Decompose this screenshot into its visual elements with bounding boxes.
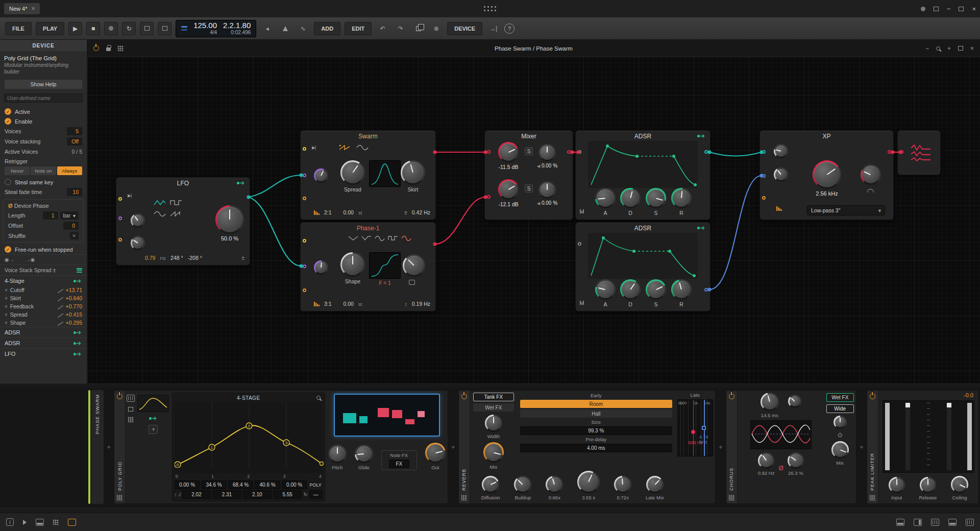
port-rate-in[interactable] <box>118 238 122 242</box>
drag-handle-icon[interactable] <box>729 495 734 500</box>
adsr-attack-knob[interactable] <box>595 279 616 300</box>
modulator-adsr-row[interactable]: ADSR <box>0 337 87 348</box>
lfo-amount-knob[interactable] <box>215 205 244 234</box>
automation-panel-icon[interactable] <box>948 519 957 526</box>
room-button[interactable]: Room <box>520 400 672 408</box>
chorus-mod-knob[interactable] <box>788 395 801 408</box>
sine-wave-icon[interactable] <box>153 210 166 219</box>
mod-amount[interactable]: +0.415 <box>66 311 82 318</box>
display-profile-2-icon[interactable] <box>158 22 172 35</box>
end-mode-dropdown[interactable]: — <box>309 490 323 499</box>
play-time[interactable]: 0:02.496 <box>231 30 251 35</box>
port-pitch-in[interactable] <box>303 288 306 292</box>
automation-follow-icon[interactable]: ∿ <box>296 22 310 35</box>
shuffle-button[interactable]: ≈ <box>70 232 79 239</box>
sine-shaped-icon[interactable] <box>401 235 412 243</box>
lfo-phase-b[interactable]: -208 ° <box>188 255 202 261</box>
port-phase-in[interactable] <box>118 197 122 201</box>
maximize-icon[interactable] <box>959 7 964 11</box>
filter-mode-dropdown[interactable]: Low-pass 3″ ▾ <box>807 205 885 215</box>
low-crossover-line[interactable] <box>693 400 694 456</box>
lock-icon[interactable] <box>106 47 111 51</box>
swarm-skirt-knob[interactable] <box>401 160 425 185</box>
lfo-shape-knob[interactable] <box>131 213 145 228</box>
xp-resonance-knob[interactable] <box>861 164 881 185</box>
add-device-slot[interactable]: + <box>448 390 458 504</box>
retrigger-icon[interactable]: ▶| <box>128 193 131 198</box>
undo-button[interactable]: ↶ <box>376 22 389 35</box>
device-power-icon[interactable] <box>93 45 99 51</box>
tempo-value[interactable]: 125.00 <box>193 21 217 30</box>
bipolar-icon[interactable]: ± <box>241 255 244 261</box>
minimize-icon[interactable]: − <box>947 5 951 13</box>
solo-2-button[interactable]: S <box>525 184 533 192</box>
retrigger-note-on[interactable]: Note on <box>31 166 56 175</box>
saw-wave-icon[interactable] <box>169 210 183 219</box>
triangle-wave-icon[interactable] <box>153 199 166 208</box>
lfo-phase-a[interactable]: 248 ° <box>170 255 183 261</box>
steal-fade-value[interactable]: 10 <box>67 188 82 196</box>
wet-fx-button[interactable]: Wet FX <box>826 393 854 402</box>
lfo-phase-knob[interactable] <box>131 236 145 250</box>
cursor-tool-icon[interactable] <box>23 520 27 525</box>
device-chorus[interactable]: CHORUS 14.5 ms <box>726 390 856 504</box>
pulse-icon[interactable] <box>387 235 399 243</box>
metronome-button[interactable] <box>278 22 292 35</box>
mod-curve-icon[interactable] <box>58 312 63 317</box>
adsr-sustain-knob[interactable] <box>646 188 666 208</box>
zoom-in-icon[interactable]: + <box>947 45 951 52</box>
four-stage-editor[interactable]: 0 1 2 3 <box>175 402 323 473</box>
predelay-value[interactable]: 4.00 ms <box>520 444 672 452</box>
module-audio-out[interactable] <box>897 130 941 175</box>
follow-focus-icon[interactable]: →| <box>486 22 500 35</box>
input-knob[interactable] <box>889 477 905 493</box>
width-knob[interactable] <box>485 415 502 432</box>
freerun-row[interactable]: ✓ Free-run when stopped <box>0 245 87 254</box>
power-icon[interactable] <box>461 394 467 399</box>
device-poly-grid[interactable]: POLY GRID + 4-STAGE <box>114 390 448 504</box>
stage-value[interactable]: 68.4 % <box>228 480 254 489</box>
mod-curve-icon[interactable] <box>58 304 63 309</box>
mixer-pan-2-knob[interactable] <box>538 181 556 199</box>
adsr-release-knob[interactable] <box>671 188 692 208</box>
zoom-icon[interactable] <box>316 396 321 400</box>
transport-display[interactable]: 125.00 4/4 2.2.1.80 0:02.496 <box>176 20 256 37</box>
swing-icon[interactable]: J <box>178 492 181 497</box>
mixer-gain-2-value[interactable]: -12.1 dB <box>498 201 519 207</box>
enable-checkbox[interactable]: ✓ <box>5 118 11 125</box>
expand-editor-icon[interactable] <box>958 46 963 51</box>
peak-limiter-header[interactable]: PEAK LIMITER <box>867 391 878 503</box>
xp-cutoff-value[interactable]: 2.56 kHz <box>816 190 838 197</box>
buildup-knob[interactable] <box>514 476 531 493</box>
square-wave-icon[interactable] <box>169 199 183 208</box>
active-checkbox[interactable]: ✓ <box>5 108 11 115</box>
steal-same-key-row[interactable]: Steal same key <box>0 177 87 187</box>
stage-time[interactable]: 5.55 <box>273 490 302 499</box>
stage-time[interactable]: 2.02 <box>182 490 211 499</box>
mod-amount[interactable]: +0.295 <box>66 320 82 326</box>
harmonics-icon[interactable] <box>776 206 782 211</box>
enable-checkbox-row[interactable]: ✓ Enable <box>0 116 87 126</box>
voices-value[interactable]: 5 <box>67 127 82 135</box>
mod-curve-icon[interactable] <box>58 296 63 301</box>
detail-panel-icon[interactable] <box>896 519 904 526</box>
port-in-1[interactable] <box>487 150 491 154</box>
modulator-4-stage-thumb[interactable] <box>137 395 169 412</box>
delay-time-knob[interactable] <box>761 393 779 411</box>
lfo-rate-value[interactable]: 0.79 <box>145 255 155 261</box>
depth-knob[interactable] <box>788 452 804 469</box>
mod-curve-icon[interactable] <box>58 320 63 325</box>
time-signature[interactable]: 4/4 <box>210 30 217 35</box>
swarm-spread-hz[interactable]: 0.42 Hz <box>412 209 430 215</box>
port-gate-in[interactable] <box>118 216 122 220</box>
zoom-out-icon[interactable]: − <box>925 45 929 52</box>
module-adsr-1[interactable]: ADSR A <box>575 130 710 220</box>
device-peak-limiter[interactable]: PEAK LIMITER -0.0 Input Release Ceiling <box>867 390 979 504</box>
swarm-ratio[interactable]: 2:1 <box>324 209 332 215</box>
high-crossover-handle[interactable] <box>702 426 706 430</box>
port-audio-in[interactable] <box>900 150 903 154</box>
phase1-detune[interactable]: 0.00 <box>343 301 353 307</box>
retrigger-always[interactable]: Always <box>57 166 82 175</box>
xp-cutoff-knob[interactable] <box>813 160 841 189</box>
remove-mod-icon[interactable]: × <box>5 304 8 309</box>
